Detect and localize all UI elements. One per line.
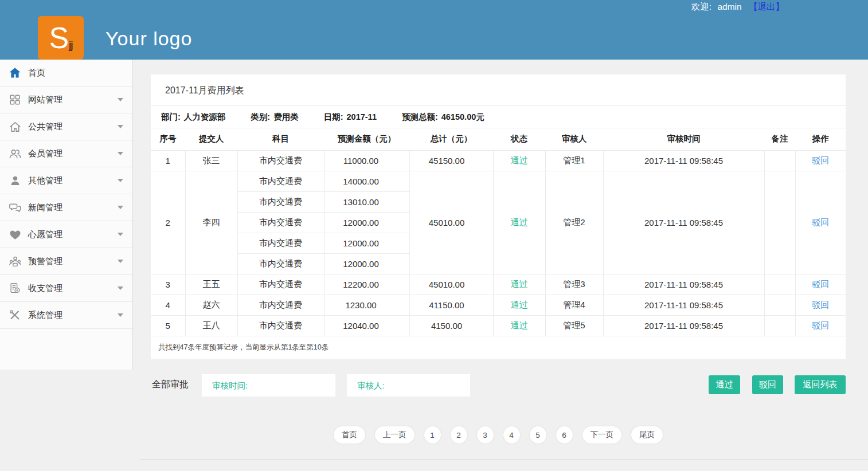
sidebar-item-warning-mgmt[interactable]: 预警管理 xyxy=(0,248,132,275)
cell-subject: 市内交通费 xyxy=(237,315,324,336)
reject-button[interactable]: 驳回 xyxy=(752,375,783,394)
cell-submitter: 王八 xyxy=(185,315,237,336)
cell-subject: 市内交通费 xyxy=(237,295,324,315)
cell-status-link[interactable]: 通过 xyxy=(511,155,528,165)
page-button-3[interactable]: 3 xyxy=(477,426,494,443)
review-time-input[interactable] xyxy=(202,374,335,397)
chevron-down-icon xyxy=(118,260,123,263)
cell-status-link[interactable]: 通过 xyxy=(511,217,528,227)
cell-seq: 3 xyxy=(151,274,185,295)
back-to-list-button[interactable]: 返回列表 xyxy=(795,375,846,394)
sidebar-item-system-mgmt[interactable]: 系统管理 xyxy=(0,302,132,329)
username: admin xyxy=(717,2,741,11)
page-button-6[interactable]: 6 xyxy=(556,426,573,443)
logout-link[interactable]: 【退出】 xyxy=(749,2,784,11)
receipt-icon: ¥ xyxy=(7,282,23,295)
cell-status-link[interactable]: 通过 xyxy=(511,279,528,289)
approve-button[interactable]: 通过 xyxy=(709,375,740,394)
page-button[interactable]: 上一页 xyxy=(375,426,415,443)
cell-status: 通过 xyxy=(493,171,545,274)
cell-subject: 市内交通费 xyxy=(237,171,324,191)
heart-icon xyxy=(7,228,23,241)
cell-review-time: 2017-11-11 09:58:45 xyxy=(603,171,764,274)
col-review-time: 审核时间 xyxy=(603,128,764,150)
sidebar-item-site-mgmt[interactable]: 网站管理 xyxy=(0,87,132,113)
cell-remark xyxy=(764,315,795,336)
sidebar-item-public-mgmt[interactable]: 公共管理 xyxy=(0,113,132,140)
users-icon xyxy=(7,147,23,160)
alert-group-icon xyxy=(7,255,23,268)
bottom-divider xyxy=(140,459,868,460)
page-button-2[interactable]: 2 xyxy=(451,426,467,443)
page-button-5[interactable]: 5 xyxy=(530,426,546,443)
sidebar-item-label: 系统管理 xyxy=(28,310,62,321)
logo-sub-letters: jj xyxy=(69,39,72,52)
page-button[interactable]: 首页 xyxy=(334,426,365,443)
app-root: S jj Your logo 欢迎: admin 【退出】 首页网站管理公共管理… xyxy=(0,0,868,471)
reviewer-input[interactable] xyxy=(347,374,470,397)
batch-approval-bar: 全部审批 通过 驳回 返回列表 xyxy=(151,374,846,397)
table-header-row: 序号 提交人 科目 预测金额（元） 总计（元） 状态 审核人 审核时间 备注 操… xyxy=(151,128,846,150)
col-remark: 备注 xyxy=(764,128,795,150)
cell-review-time: 2017-11-11 09:58:45 xyxy=(603,315,764,336)
cell-remark xyxy=(764,295,795,315)
cell-seq: 5 xyxy=(151,315,185,336)
cell-remark xyxy=(764,150,795,171)
cell-action-link[interactable]: 驳回 xyxy=(812,300,829,309)
cell-submitter: 赵六 xyxy=(185,295,237,315)
sidebar-item-wish-mgmt[interactable]: 心愿管理 xyxy=(0,221,132,248)
cell-subject: 市内交通费 xyxy=(237,274,324,295)
sidebar-item-label: 其他管理 xyxy=(28,175,62,186)
chevron-down-icon xyxy=(118,313,123,317)
sidebar-item-label: 预警管理 xyxy=(28,256,62,267)
page-button[interactable]: 下一页 xyxy=(582,426,622,443)
page-title: 2017-11月费用列表 xyxy=(151,74,846,106)
cell-review-time: 2017-11-11 09:58:45 xyxy=(603,274,764,295)
sidebar-item-label: 公共管理 xyxy=(28,121,62,132)
record-count-summary: 共找到47条年度预算记录，当前显示从第1条至第10条 xyxy=(151,336,846,359)
cell-status-link[interactable]: 通过 xyxy=(511,320,528,330)
page-button-4[interactable]: 4 xyxy=(503,426,520,443)
cell-reviewer: 管理4 xyxy=(545,295,603,315)
col-subject: 科目 xyxy=(237,128,324,150)
sidebar-item-label: 首页 xyxy=(28,68,45,78)
cell-total: 41150.00 xyxy=(409,295,493,315)
cell-amount: 12200.00 xyxy=(324,274,409,295)
filter-category: 类别:费用类 xyxy=(251,112,298,123)
cell-seq: 4 xyxy=(151,295,185,315)
sidebar-item-member-mgmt[interactable]: 会员管理 xyxy=(0,140,132,167)
filter-summary-row: 部门:人力资源部 类别:费用类 日期:2017-11 预测总额:46150.00… xyxy=(151,106,846,128)
sidebar-item-finance-mgmt[interactable]: ¥收支管理 xyxy=(0,275,132,302)
home-outline-icon xyxy=(7,120,23,134)
cell-action: 驳回 xyxy=(795,295,846,315)
cell-status-link[interactable]: 通过 xyxy=(511,300,528,309)
cell-action-link[interactable]: 驳回 xyxy=(812,320,829,330)
cell-amount: 12000.00 xyxy=(324,212,409,233)
cell-subject: 市内交通费 xyxy=(237,253,324,274)
page-button[interactable]: 尾页 xyxy=(631,426,663,443)
chevron-down-icon xyxy=(118,233,123,236)
cell-action-link[interactable]: 驳回 xyxy=(812,217,829,227)
page-button-1[interactable]: 1 xyxy=(424,426,441,443)
cell-status: 通过 xyxy=(493,315,545,336)
sidebar-item-news-mgmt[interactable]: 新闻管理 xyxy=(0,194,132,221)
cell-submitter: 张三 xyxy=(185,150,237,171)
chevron-down-icon xyxy=(118,98,123,101)
col-reviewer: 审核人 xyxy=(545,128,603,150)
sidebar-item-label: 心愿管理 xyxy=(28,229,62,240)
cell-submitter: 李四 xyxy=(185,171,237,274)
col-status: 状态 xyxy=(493,128,545,150)
cell-reviewer: 管理3 xyxy=(545,274,603,295)
cell-total: 45010.00 xyxy=(409,274,493,295)
cell-total: 4150.00 xyxy=(409,315,493,336)
sidebar-item-home[interactable]: 首页 xyxy=(0,60,132,87)
sidebar-item-label: 网站管理 xyxy=(28,95,62,105)
filter-date-value: 2017-11 xyxy=(347,112,377,121)
cell-action-link[interactable]: 驳回 xyxy=(812,279,829,289)
cell-amount: 12000.00 xyxy=(324,233,409,253)
cell-action-link[interactable]: 驳回 xyxy=(812,155,829,165)
cell-amount: 12040.00 xyxy=(324,315,409,336)
sidebar-item-other-mgmt[interactable]: 其他管理 xyxy=(0,167,132,194)
filter-date: 日期:2017-11 xyxy=(324,112,377,123)
col-total: 总计（元） xyxy=(409,128,493,150)
